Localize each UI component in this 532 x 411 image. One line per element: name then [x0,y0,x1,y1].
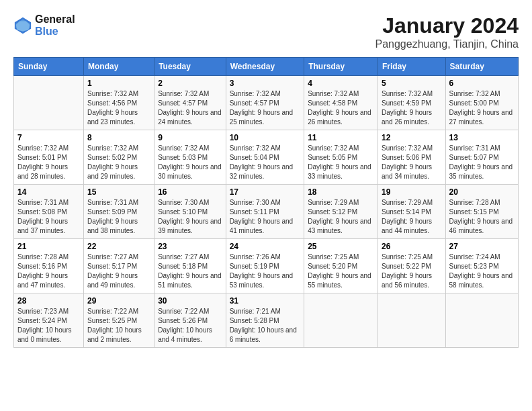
day-number: 1 [87,79,150,88]
calendar-cell: 31 Sunrise: 7:21 AMSunset: 5:28 PMDaylig… [226,293,304,348]
calendar-cell: 23 Sunrise: 7:27 AMSunset: 5:18 PMDaylig… [154,239,226,293]
calendar-cell: 11 Sunrise: 7:32 AMSunset: 5:05 PMDaylig… [304,130,378,185]
calendar-cell: 15 Sunrise: 7:31 AMSunset: 5:09 PMDaylig… [84,185,154,239]
day-number: 21 [17,242,80,251]
weekday-header-friday: Friday [378,58,445,76]
calendar-cell [378,293,445,348]
day-number: 6 [449,79,515,88]
day-info: Sunrise: 7:23 AMSunset: 5:24 PMDaylight:… [17,307,80,345]
weekday-header-sunday: Sunday [14,58,84,76]
weekday-header-row: SundayMondayTuesdayWednesdayThursdayFrid… [14,58,519,76]
day-info: Sunrise: 7:26 AMSunset: 5:19 PMDaylight:… [230,253,301,290]
calendar-cell: 5 Sunrise: 7:32 AMSunset: 4:59 PMDayligh… [378,76,445,130]
day-number: 2 [158,79,222,88]
calendar-cell: 4 Sunrise: 7:32 AMSunset: 4:58 PMDayligh… [304,76,378,130]
day-number: 29 [87,296,150,306]
calendar-week-1: 1 Sunrise: 7:32 AMSunset: 4:56 PMDayligh… [14,76,519,130]
day-number: 25 [308,242,374,251]
weekday-header-wednesday: Wednesday [226,58,304,76]
logo-text: General Blue [35,13,75,38]
calendar-week-3: 14 Sunrise: 7:31 AMSunset: 5:08 PMDaylig… [14,185,519,239]
calendar-cell [304,293,378,348]
calendar-cell: 1 Sunrise: 7:32 AMSunset: 4:56 PMDayligh… [84,76,154,130]
calendar-cell: 14 Sunrise: 7:31 AMSunset: 5:08 PMDaylig… [14,185,84,239]
day-info: Sunrise: 7:28 AMSunset: 5:16 PMDaylight:… [17,253,80,290]
day-info: Sunrise: 7:32 AMSunset: 5:01 PMDaylight:… [17,144,80,181]
page-header: General Blue January 2024 Panggezhuang, … [13,13,519,50]
day-info: Sunrise: 7:24 AMSunset: 5:23 PMDaylight:… [449,253,515,290]
calendar-cell: 22 Sunrise: 7:27 AMSunset: 5:17 PMDaylig… [84,239,154,293]
day-number: 8 [87,133,150,142]
day-number: 27 [449,242,515,251]
day-number: 12 [382,133,442,142]
day-number: 16 [158,187,222,197]
calendar-cell: 2 Sunrise: 7:32 AMSunset: 4:57 PMDayligh… [154,76,226,130]
logo: General Blue [13,13,75,38]
day-number: 15 [87,187,150,197]
day-info: Sunrise: 7:31 AMSunset: 5:08 PMDaylight:… [17,198,80,236]
calendar-cell: 16 Sunrise: 7:30 AMSunset: 5:10 PMDaylig… [154,185,226,239]
day-number: 22 [87,242,150,251]
title-section: January 2024 Panggezhuang, Tianjin, Chin… [375,13,519,50]
day-info: Sunrise: 7:32 AMSunset: 4:57 PMDaylight:… [158,89,222,127]
day-number: 13 [449,133,515,142]
weekday-header-saturday: Saturday [445,58,518,76]
day-info: Sunrise: 7:25 AMSunset: 5:20 PMDaylight:… [308,253,374,290]
day-number: 3 [230,79,301,88]
day-number: 26 [382,242,442,251]
day-number: 19 [382,187,442,197]
calendar-cell: 3 Sunrise: 7:32 AMSunset: 4:57 PMDayligh… [226,76,304,130]
day-info: Sunrise: 7:31 AMSunset: 5:09 PMDaylight:… [87,198,150,236]
day-number: 11 [308,133,374,142]
calendar-cell: 17 Sunrise: 7:30 AMSunset: 5:11 PMDaylig… [226,185,304,239]
day-number: 9 [158,133,222,142]
day-info: Sunrise: 7:32 AMSunset: 4:59 PMDaylight:… [382,89,442,127]
day-number: 10 [230,133,301,142]
day-info: Sunrise: 7:32 AMSunset: 5:00 PMDaylight:… [449,89,515,127]
calendar-cell: 7 Sunrise: 7:32 AMSunset: 5:01 PMDayligh… [14,130,84,185]
day-info: Sunrise: 7:30 AMSunset: 5:10 PMDaylight:… [158,198,222,236]
calendar-cell: 30 Sunrise: 7:22 AMSunset: 5:26 PMDaylig… [154,293,226,348]
calendar-cell: 12 Sunrise: 7:32 AMSunset: 5:06 PMDaylig… [378,130,445,185]
day-number: 4 [308,79,374,88]
day-number: 5 [382,79,442,88]
day-info: Sunrise: 7:25 AMSunset: 5:22 PMDaylight:… [382,253,442,290]
day-info: Sunrise: 7:32 AMSunset: 5:03 PMDaylight:… [158,144,222,181]
day-number: 23 [158,242,222,251]
calendar-cell: 6 Sunrise: 7:32 AMSunset: 5:00 PMDayligh… [445,76,518,130]
calendar-cell: 20 Sunrise: 7:28 AMSunset: 5:15 PMDaylig… [445,185,518,239]
calendar-cell: 13 Sunrise: 7:31 AMSunset: 5:07 PMDaylig… [445,130,518,185]
day-info: Sunrise: 7:22 AMSunset: 5:26 PMDaylight:… [158,307,222,345]
location: Panggezhuang, Tianjin, China [375,38,519,50]
calendar-cell [14,76,84,130]
weekday-header-thursday: Thursday [304,58,378,76]
day-number: 20 [449,187,515,197]
weekday-header-tuesday: Tuesday [154,58,226,76]
calendar-cell: 21 Sunrise: 7:28 AMSunset: 5:16 PMDaylig… [14,239,84,293]
calendar-cell: 27 Sunrise: 7:24 AMSunset: 5:23 PMDaylig… [445,239,518,293]
calendar-cell: 9 Sunrise: 7:32 AMSunset: 5:03 PMDayligh… [154,130,226,185]
day-info: Sunrise: 7:27 AMSunset: 5:17 PMDaylight:… [87,253,150,290]
day-info: Sunrise: 7:32 AMSunset: 5:05 PMDaylight:… [308,144,374,181]
day-info: Sunrise: 7:32 AMSunset: 4:56 PMDaylight:… [87,89,150,127]
day-info: Sunrise: 7:31 AMSunset: 5:07 PMDaylight:… [449,144,515,181]
month-title: January 2024 [375,13,519,38]
calendar-cell: 28 Sunrise: 7:23 AMSunset: 5:24 PMDaylig… [14,293,84,348]
calendar-cell: 19 Sunrise: 7:29 AMSunset: 5:14 PMDaylig… [378,185,445,239]
calendar-cell: 18 Sunrise: 7:29 AMSunset: 5:12 PMDaylig… [304,185,378,239]
calendar-week-5: 28 Sunrise: 7:23 AMSunset: 5:24 PMDaylig… [14,293,519,348]
calendar-cell: 25 Sunrise: 7:25 AMSunset: 5:20 PMDaylig… [304,239,378,293]
day-info: Sunrise: 7:32 AMSunset: 5:06 PMDaylight:… [382,144,442,181]
calendar-cell: 10 Sunrise: 7:32 AMSunset: 5:04 PMDaylig… [226,130,304,185]
calendar-cell: 8 Sunrise: 7:32 AMSunset: 5:02 PMDayligh… [84,130,154,185]
day-info: Sunrise: 7:32 AMSunset: 5:02 PMDaylight:… [87,144,150,181]
day-info: Sunrise: 7:30 AMSunset: 5:11 PMDaylight:… [230,198,301,236]
calendar-cell: 26 Sunrise: 7:25 AMSunset: 5:22 PMDaylig… [378,239,445,293]
calendar-cell: 24 Sunrise: 7:26 AMSunset: 5:19 PMDaylig… [226,239,304,293]
day-info: Sunrise: 7:29 AMSunset: 5:14 PMDaylight:… [382,198,442,236]
calendar-cell [445,293,518,348]
day-info: Sunrise: 7:28 AMSunset: 5:15 PMDaylight:… [449,198,515,236]
day-number: 17 [230,187,301,197]
day-info: Sunrise: 7:29 AMSunset: 5:12 PMDaylight:… [308,198,374,236]
calendar-week-2: 7 Sunrise: 7:32 AMSunset: 5:01 PMDayligh… [14,130,519,185]
